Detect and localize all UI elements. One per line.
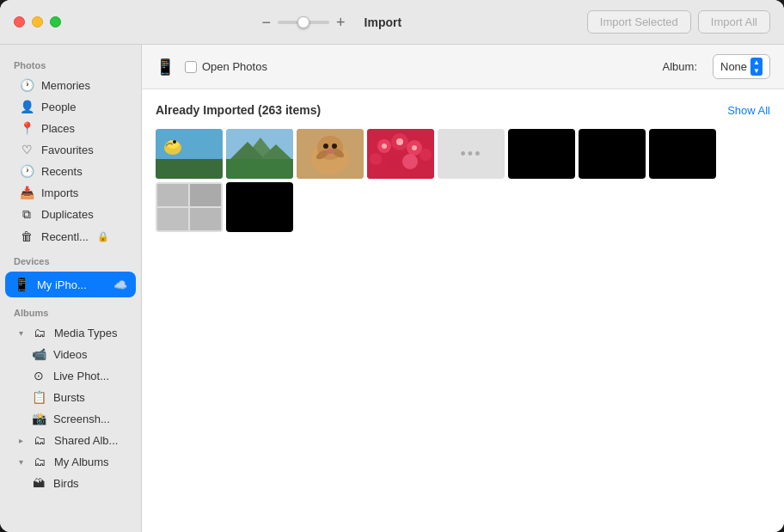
zoom-slider[interactable]: [278, 21, 329, 24]
sidebar-item-screenshots[interactable]: 📸 Screensh...: [5, 408, 136, 429]
recents-icon: 🕐: [19, 164, 34, 178]
photo-thumb-flowers[interactable]: [367, 129, 434, 179]
lock-icon: 🔒: [97, 231, 109, 242]
svg-rect-33: [190, 208, 221, 230]
photo-thumb-grid-small[interactable]: [156, 182, 223, 232]
open-photos-label: Open Photos: [202, 60, 267, 73]
sidebar-item-imports-label: Imports: [41, 187, 78, 199]
sidebar-my-albums-label: My Albums: [54, 456, 109, 468]
photo-thumb-landscape[interactable]: [226, 129, 293, 179]
app-window: − + Import Import Selected Import All Ph…: [0, 0, 784, 532]
photo-thumb-black-2[interactable]: [579, 129, 646, 179]
sidebar-item-imports[interactable]: 📥 Imports: [5, 182, 136, 203]
album-label: Album:: [663, 60, 697, 73]
zoom-out-button[interactable]: −: [260, 15, 273, 30]
photo-thumb-loading: •••: [438, 129, 505, 179]
sidebar-item-birds[interactable]: 🏔 Birds: [5, 473, 136, 493]
svg-point-23: [386, 156, 400, 170]
svg-point-27: [396, 138, 403, 145]
svg-point-24: [402, 154, 418, 169]
svg-rect-1: [156, 159, 223, 179]
sidebar-item-people[interactable]: 👤 People: [5, 96, 136, 117]
svg-rect-30: [157, 184, 188, 206]
sidebar-device-name: My iPho...: [37, 278, 87, 291]
close-button[interactable]: [14, 16, 25, 28]
sidebar-item-duplicates[interactable]: ⧉ Duplicates: [5, 204, 136, 225]
content-area: 📱 Open Photos Album: None ▲ ▼: [142, 45, 784, 532]
section-header: Already Imported (263 items) Show All: [156, 103, 770, 117]
photo-thumb-black-3[interactable]: [649, 129, 716, 179]
window-title: Import: [364, 15, 402, 29]
memories-icon: 🕐: [19, 78, 34, 92]
sidebar-item-my-iphone[interactable]: 📱 My iPho... ☁️: [5, 272, 136, 297]
photo-thumb-black-1[interactable]: [508, 129, 575, 179]
section-title: Already Imported (263 items): [156, 103, 321, 117]
sidebar-item-places-label: Places: [41, 122, 75, 135]
sidebar-screenshots-label: Screensh...: [53, 413, 110, 425]
cloud-icon: ☁️: [113, 278, 127, 291]
album-value: None: [720, 60, 747, 73]
traffic-lights: [14, 16, 61, 28]
media-types-icon: 🗂: [32, 326, 47, 339]
duplicates-icon: ⧉: [19, 207, 34, 222]
sidebar-item-places[interactable]: 📍 Places: [5, 118, 136, 138]
landscape-svg: [226, 129, 293, 179]
sidebar-item-live-photos[interactable]: ⊙ Live Phot...: [5, 365, 136, 386]
grid-small-svg: [156, 182, 223, 232]
minimize-button[interactable]: [32, 16, 43, 28]
svg-point-4: [173, 140, 176, 144]
my-albums-icon: 🗂: [32, 455, 47, 468]
stepper-down-icon: ▼: [753, 67, 760, 76]
import-selected-button[interactable]: Import Selected: [587, 10, 691, 34]
device-icon: 📱: [156, 58, 175, 76]
chevron-down-icon: ▾: [19, 328, 23, 338]
svg-point-25: [420, 149, 432, 161]
photos-section-label: Photos: [0, 52, 141, 74]
zoom-in-button[interactable]: +: [334, 15, 347, 30]
sidebar-videos-label: Videos: [53, 348, 88, 361]
photo-thumb-dog[interactable]: [297, 129, 364, 179]
photo-thumb-black-4[interactable]: [226, 182, 293, 232]
photo-grid: •••: [156, 129, 770, 232]
sidebar-item-media-types[interactable]: ▾ 🗂 Media Types: [5, 322, 136, 343]
sidebar-item-my-albums[interactable]: ▾ 🗂 My Albums: [5, 451, 136, 472]
svg-rect-6: [226, 159, 293, 179]
album-select[interactable]: None ▲ ▼: [713, 54, 770, 79]
content-toolbar: 📱 Open Photos Album: None ▲ ▼: [142, 45, 784, 89]
titlebar-center: − + Import: [75, 15, 587, 30]
open-photos-checkbox[interactable]: [185, 61, 197, 73]
sidebar-item-favourites[interactable]: ♡ Favourites: [5, 139, 136, 160]
open-photos-option[interactable]: Open Photos: [185, 60, 267, 73]
sidebar-item-memories-label: Memories: [41, 79, 90, 92]
svg-point-17: [326, 149, 334, 154]
sidebar-item-videos[interactable]: 📹 Videos: [5, 344, 136, 364]
svg-point-28: [412, 145, 417, 150]
svg-point-22: [370, 153, 382, 165]
sidebar-item-recently-deleted[interactable]: 🗑 Recentl... 🔒: [5, 226, 136, 247]
places-icon: 📍: [19, 121, 34, 135]
maximize-button[interactable]: [50, 16, 61, 28]
bursts-icon: 📋: [31, 390, 46, 404]
live-photos-icon: ⊙: [31, 369, 46, 382]
content-body: Already Imported (263 items) Show All: [142, 89, 784, 532]
dog-svg: [297, 129, 364, 179]
show-all-button[interactable]: Show All: [727, 104, 770, 117]
people-icon: 👤: [19, 100, 34, 113]
sidebar-birds-label: Birds: [53, 477, 79, 490]
sidebar-item-recently-deleted-label: Recentl...: [41, 230, 89, 243]
sidebar-item-recents[interactable]: 🕐 Recents: [5, 161, 136, 181]
album-stepper[interactable]: ▲ ▼: [750, 58, 763, 76]
sidebar-item-recents-label: Recents: [41, 165, 83, 178]
flowers-svg: [367, 129, 434, 179]
favourites-icon: ♡: [19, 143, 34, 156]
sidebar-item-shared-albums[interactable]: ▸ 🗂 Shared Alb...: [5, 430, 136, 450]
photo-thumb-bird[interactable]: [156, 129, 223, 179]
zoom-controls: − +: [260, 15, 347, 30]
sidebar-item-memories[interactable]: 🕐 Memories: [5, 75, 136, 95]
birds-icon: 🏔: [31, 476, 46, 490]
videos-icon: 📹: [31, 347, 46, 361]
import-all-button[interactable]: Import All: [698, 10, 770, 34]
imports-icon: 📥: [19, 186, 34, 199]
sidebar-item-bursts[interactable]: 📋 Bursts: [5, 387, 136, 407]
iphone-icon: 📱: [14, 277, 30, 292]
